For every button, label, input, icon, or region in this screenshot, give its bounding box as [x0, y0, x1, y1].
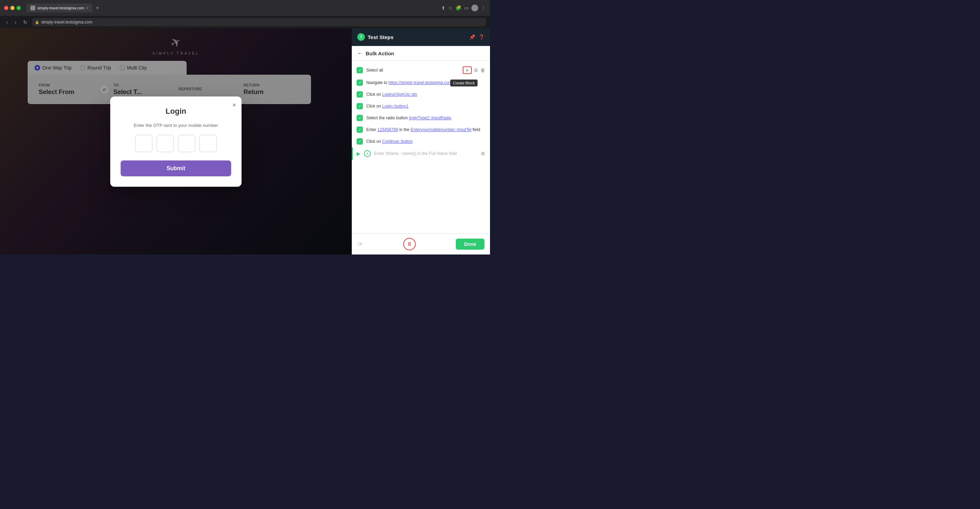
panel-footer: ☞ ⏸ Done [352, 233, 490, 254]
step-row-6: ✓ Click on Continue::button [352, 136, 490, 147]
hand-icon[interactable]: ☞ [357, 240, 363, 248]
check-icon-4: ✓ [358, 116, 361, 120]
browser-chrome: simply-travel.testsigma.com × + ⬆ ☆ 🧩 ▭ … [0, 0, 490, 16]
tab-close-button[interactable]: × [86, 6, 89, 10]
step-6-text: Click on Continue::button [366, 139, 485, 145]
tab-title: simply-travel.testsigma.com [37, 6, 84, 10]
right-panel: T Test Steps 📌 ❓ ← Bulk Action ✓ Select … [352, 28, 490, 254]
otp-input-4[interactable] [199, 135, 217, 152]
step-2-link[interactable]: LoginorSignUp::div [382, 92, 417, 97]
current-step-arrow: ▶ [356, 151, 360, 156]
otp-input-2[interactable] [156, 135, 174, 152]
testsigma-icon: T [357, 33, 365, 41]
settings-icon[interactable]: ⚙ [474, 67, 478, 73]
profile-avatar[interactable] [471, 5, 478, 11]
current-step-row: ▶ + Enter !|Name - name()| in the Full N… [352, 147, 490, 160]
step-5-link-1[interactable]: 123456789 [377, 127, 398, 132]
select-all-text: Select all [366, 67, 459, 73]
tab-bar: simply-travel.testsigma.com × + [26, 3, 439, 13]
select-all-row: ✓ Select all ≡ Create Block ⚙ 🗑 [352, 64, 490, 77]
step-2-checkbox[interactable]: ✓ [356, 91, 363, 97]
lock-icon: 🔒 [35, 21, 39, 24]
check-icon: ✓ [358, 68, 361, 73]
check-icon-2: ✓ [358, 93, 361, 97]
main-area: ✈ SIMPLY TRAVEL One Way Trip Round Trip [0, 28, 490, 254]
menu-button[interactable]: ⋮ [481, 5, 486, 11]
step-row-4: ✓ Select the radio button logInType2::in… [352, 112, 490, 124]
check-icon-1: ✓ [358, 81, 361, 85]
modal-subtitle: Enter the OTP sent to your mobile number [121, 123, 231, 128]
forward-button[interactable]: › [13, 19, 19, 26]
step-6-link[interactable]: Continue::button [382, 139, 413, 144]
otp-input-1[interactable] [135, 135, 153, 152]
browser-tab[interactable]: simply-travel.testsigma.com × [26, 3, 92, 13]
modal-overlay: × Login Enter the OTP sent to your mobil… [0, 28, 352, 254]
step-2-text: Click on LoginorSignUp::div [366, 92, 485, 97]
help-icon[interactable]: ❓ [479, 34, 484, 40]
select-all-checkbox[interactable]: ✓ [356, 67, 363, 73]
submit-button[interactable]: Submit [121, 160, 231, 176]
otp-fields [121, 135, 231, 152]
select-all-actions: ≡ Create Block ⚙ 🗑 [463, 66, 485, 74]
step-row-3: ✓ Click on Login::button1 [352, 100, 490, 112]
pause-button[interactable]: ⏸ [403, 238, 416, 251]
create-block-button[interactable]: ≡ [463, 66, 472, 74]
back-button-panel[interactable]: ← [357, 50, 363, 56]
step-5-link-2[interactable]: Enteryourmobilenumber::inputTel [410, 127, 471, 132]
panel-subheader: ← Bulk Action [352, 46, 490, 61]
extensions-button[interactable]: 🧩 [455, 5, 461, 11]
url-bar[interactable]: 🔒 simply-travel.testsigma.com [32, 18, 486, 26]
modal-title: Login [121, 107, 231, 116]
step-5-checkbox[interactable]: ✓ [356, 126, 363, 133]
step-3-checkbox[interactable]: ✓ [356, 103, 363, 109]
steps-container: ✓ Select all ≡ Create Block ⚙ 🗑 ✓ Naviga… [352, 61, 490, 233]
panel-actions: 📌 ❓ [469, 34, 484, 40]
travel-background: ✈ SIMPLY TRAVEL One Way Trip Round Trip [0, 28, 352, 254]
url-text: simply-travel.testsigma.com [41, 20, 92, 24]
step-4-link[interactable]: logInType2::inputRadio [409, 115, 451, 120]
step-5-text: Enter 123456789 in the Enteryourmobilenu… [366, 127, 485, 133]
pin-icon[interactable]: 📌 [469, 34, 475, 40]
otp-input-3[interactable] [178, 135, 195, 152]
modal-close-button[interactable]: × [232, 102, 236, 108]
login-modal: × Login Enter the OTP sent to your mobil… [110, 96, 242, 187]
current-step-placeholder[interactable]: Enter !|Name - name()| in the Full Name … [374, 151, 477, 156]
step-1-link[interactable]: https://simply-travel.testsigma.com/ [388, 80, 453, 85]
sidebar-button[interactable]: ▭ [464, 5, 469, 11]
done-button[interactable]: Done [456, 239, 484, 250]
traffic-lights [4, 6, 21, 10]
check-icon-5: ✓ [358, 128, 361, 132]
panel-header: T Test Steps 📌 ❓ [352, 28, 490, 46]
step-1-checkbox[interactable]: ✓ [356, 80, 363, 86]
step-4-checkbox[interactable]: ✓ [356, 115, 363, 121]
create-block-tooltip: Create Block [450, 80, 477, 86]
minimize-traffic-light[interactable] [10, 6, 14, 10]
step-row-2: ✓ Click on LoginorSignUp::div [352, 89, 490, 100]
check-icon-3: ✓ [358, 104, 361, 109]
step-3-link[interactable]: Login::button1 [382, 104, 409, 109]
back-button[interactable]: ‹ [4, 19, 10, 26]
maximize-traffic-light[interactable] [17, 6, 21, 10]
nav-bar: ‹ › ↻ 🔒 simply-travel.testsigma.com [0, 16, 490, 28]
tab-favicon [30, 6, 35, 10]
delete-icon[interactable]: 🗑 [480, 67, 485, 73]
new-tab-button[interactable]: + [96, 5, 99, 11]
panel-title-text: Test Steps [368, 34, 394, 40]
share-button[interactable]: ⬆ [441, 5, 445, 11]
step-4-text: Select the radio button logInType2::inpu… [366, 115, 485, 121]
step-6-checkbox[interactable]: ✓ [356, 138, 363, 145]
step-3-text: Click on Login::button1 [366, 104, 485, 109]
panel-title: T Test Steps [357, 33, 394, 41]
current-step-settings-icon[interactable]: ⚙ [480, 151, 485, 156]
bulk-action-title: Bulk Action [366, 51, 394, 56]
check-icon-6: ✓ [358, 139, 361, 144]
close-traffic-light[interactable] [4, 6, 8, 10]
step-row-5: ✓ Enter 123456789 in the Enteryourmobile… [352, 124, 490, 136]
refresh-button[interactable]: ↻ [21, 19, 29, 26]
add-step-button[interactable]: + [364, 150, 371, 157]
bookmark-button[interactable]: ☆ [448, 5, 453, 11]
